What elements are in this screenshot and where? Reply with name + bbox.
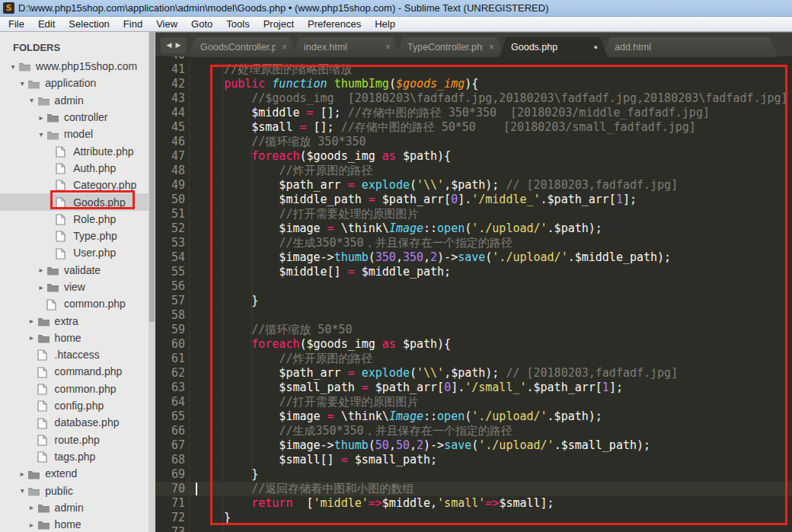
expand-triangle-icon[interactable]: ▸ bbox=[36, 266, 46, 274]
expand-triangle-icon[interactable]: ▸ bbox=[17, 470, 27, 478]
tree-item-command-php[interactable]: command.php bbox=[0, 363, 155, 380]
line-number[interactable]: 52 bbox=[155, 221, 185, 236]
tree-item-role-php[interactable]: Role.php bbox=[0, 211, 155, 228]
code-line[interactable]: 67 $image->thumb(50,50,2)->save('./uploa… bbox=[155, 438, 792, 453]
tab-goodscontroller-php[interactable]: GoodsController.php× bbox=[188, 37, 297, 57]
menu-file[interactable]: File bbox=[2, 17, 31, 31]
line-number[interactable]: 55 bbox=[155, 265, 185, 279]
code-line[interactable]: 57 } bbox=[155, 294, 792, 308]
tab-nav-arrows[interactable]: ◀ ▶ bbox=[161, 37, 187, 53]
menu-help[interactable]: Help bbox=[368, 17, 402, 31]
code-line[interactable]: 45 $small = []; //存储中图的路径 50*50 [2018020… bbox=[155, 120, 792, 135]
line-number[interactable]: 45 bbox=[155, 120, 185, 135]
code-line[interactable]: 62 $path_arr = explode('\\',$path); // [… bbox=[155, 366, 792, 381]
menu-preferences[interactable]: Preferences bbox=[301, 17, 368, 31]
tree-item-validate[interactable]: ▸validate bbox=[0, 262, 155, 279]
menu-project[interactable]: Project bbox=[257, 17, 301, 31]
menu-edit[interactable]: Edit bbox=[31, 17, 62, 31]
tree-item-view[interactable]: ▸view bbox=[0, 279, 155, 295]
tab-scroll-left-icon[interactable]: ◀ bbox=[167, 37, 172, 53]
code-line[interactable]: 72 } bbox=[155, 511, 792, 525]
title-bar[interactable]: S D:\www.php15shop.com\application\admin… bbox=[0, 0, 792, 17]
code-area[interactable]: 4041 //处理原图的缩略图缩放42 public function thum… bbox=[155, 48, 792, 532]
code-line[interactable]: 41 //处理原图的缩略图缩放 bbox=[155, 62, 792, 77]
code-line[interactable]: 60 foreach($goods_img as $path){ bbox=[155, 337, 792, 352]
sidebar-scrollbar-thumb[interactable] bbox=[149, 32, 155, 322]
tab-scroll-right-icon[interactable]: ▶ bbox=[176, 37, 181, 53]
line-number[interactable]: 72 bbox=[155, 511, 185, 525]
menu-goto[interactable]: Goto bbox=[184, 17, 219, 31]
tree-item-www-php15shop-com[interactable]: ▾www.php15shop.com bbox=[0, 58, 155, 75]
line-number[interactable]: 71 bbox=[155, 496, 185, 511]
line-number[interactable]: 50 bbox=[155, 193, 185, 207]
code-line[interactable]: 49 $path_arr = explode('\\',$path); // [… bbox=[155, 178, 792, 193]
code-line[interactable]: 56 bbox=[155, 279, 792, 294]
code-line[interactable]: 51 //打开需要处理的原图图片 bbox=[155, 207, 792, 221]
menu-tools[interactable]: Tools bbox=[219, 17, 256, 31]
collapse-triangle-icon[interactable]: ▾ bbox=[8, 62, 18, 71]
code-line[interactable]: 43 //$goods_img [20180203\fadfadf.jpg,20… bbox=[155, 91, 792, 106]
code-line[interactable]: 66 //生成350*350，并且保存在一个指定的路径 bbox=[155, 424, 792, 438]
code-line[interactable]: 55 $middle[] = $middle_path; bbox=[155, 265, 792, 279]
line-number[interactable]: 48 bbox=[155, 164, 185, 178]
tree-item-controller[interactable]: ▸controller bbox=[0, 109, 155, 126]
line-number[interactable]: 43 bbox=[155, 91, 185, 106]
collapse-triangle-icon[interactable]: ▾ bbox=[17, 486, 27, 495]
tree-item-attribute-php[interactable]: Attribute.php bbox=[0, 142, 155, 159]
line-number[interactable]: 51 bbox=[155, 207, 185, 221]
code-line[interactable]: 48 //炸开原图的路径 bbox=[155, 164, 792, 178]
menu-view[interactable]: View bbox=[149, 17, 184, 31]
code-line[interactable]: 61 //炸开原图的路径 bbox=[155, 352, 792, 366]
tab-close-icon[interactable]: × bbox=[385, 42, 391, 53]
code-line[interactable]: 68 $small[] = $small_path; bbox=[155, 453, 792, 467]
tree-item-extend[interactable]: ▸extend bbox=[0, 465, 155, 482]
line-number[interactable]: 47 bbox=[155, 149, 185, 164]
code-line[interactable]: 58 bbox=[155, 308, 792, 323]
code-line[interactable]: 69 } bbox=[155, 467, 792, 482]
line-number[interactable]: 61 bbox=[155, 352, 185, 366]
code-line[interactable]: 53 //生成350*350，并且保存在一个指定的路径 bbox=[155, 236, 792, 250]
expand-triangle-icon[interactable]: ▸ bbox=[27, 317, 37, 325]
tree-item-admin[interactable]: ▾admin bbox=[0, 92, 155, 109]
tree-item-common-php[interactable]: common.php bbox=[0, 381, 155, 397]
tree-item-common-php[interactable]: common.php bbox=[0, 295, 155, 312]
tab-close-icon[interactable]: × bbox=[282, 42, 287, 53]
tree-item-goods-php[interactable]: Goods.php bbox=[0, 193, 155, 210]
tab-close-icon[interactable]: × bbox=[489, 42, 494, 53]
line-number[interactable]: 58 bbox=[155, 308, 185, 323]
line-number[interactable]: 49 bbox=[155, 178, 185, 193]
tree-item-config-php[interactable]: config.php bbox=[0, 397, 155, 414]
tree-item-application[interactable]: ▾application bbox=[0, 75, 155, 91]
line-number[interactable]: 46 bbox=[155, 135, 185, 149]
line-number[interactable]: 53 bbox=[155, 236, 185, 250]
tree-item--htaccess[interactable]: .htaccess bbox=[0, 346, 155, 363]
tab-index-html[interactable]: index.html× bbox=[292, 37, 401, 57]
tree-item-user-php[interactable]: User.php bbox=[0, 244, 155, 261]
tree-item-type-php[interactable]: Type.php bbox=[0, 228, 155, 244]
code-line[interactable]: 71 return ['middle'=>$middle,'small'=>$s… bbox=[155, 496, 792, 511]
line-number[interactable]: 59 bbox=[155, 323, 185, 337]
tab-typecontroller-php[interactable]: TypeController.php× bbox=[395, 37, 504, 57]
tree-item-database-php[interactable]: database.php bbox=[0, 414, 155, 431]
code-line[interactable]: 64 //打开需要处理的原图图片 bbox=[155, 395, 792, 409]
code-line[interactable]: 70 //返回存储着中图和小图的数组 bbox=[155, 482, 792, 496]
tree-item-auth-php[interactable]: Auth.php bbox=[0, 160, 155, 177]
code-line[interactable]: 73 bbox=[155, 525, 792, 532]
tree-item-public[interactable]: ▾public bbox=[0, 482, 155, 499]
tree-item-category-php[interactable]: Category.php bbox=[0, 177, 155, 193]
line-number[interactable]: 64 bbox=[155, 395, 185, 409]
menu-find[interactable]: Find bbox=[117, 17, 149, 31]
code-line[interactable]: 54 $image->thumb(350,350,2)->save('./upl… bbox=[155, 250, 792, 265]
line-number[interactable]: 73 bbox=[155, 525, 185, 532]
expand-triangle-icon[interactable]: ▸ bbox=[36, 283, 46, 291]
tab-add-html[interactable]: add.html bbox=[602, 37, 778, 57]
code-line[interactable]: 65 $image = \think\Image::open('./upload… bbox=[155, 409, 792, 424]
line-number[interactable]: 62 bbox=[155, 366, 185, 381]
expand-triangle-icon[interactable]: ▸ bbox=[27, 503, 37, 511]
code-line[interactable]: 42 public function thumbImg($goods_img){ bbox=[155, 77, 792, 91]
line-number[interactable]: 67 bbox=[155, 438, 185, 453]
code-line[interactable]: 44 $middle = []; //存储中图的路径 350*350 [2018… bbox=[155, 106, 792, 120]
tree-item-extra[interactable]: ▸extra bbox=[0, 312, 155, 329]
expand-triangle-icon[interactable]: ▸ bbox=[36, 113, 46, 122]
collapse-triangle-icon[interactable]: ▾ bbox=[27, 96, 37, 104]
